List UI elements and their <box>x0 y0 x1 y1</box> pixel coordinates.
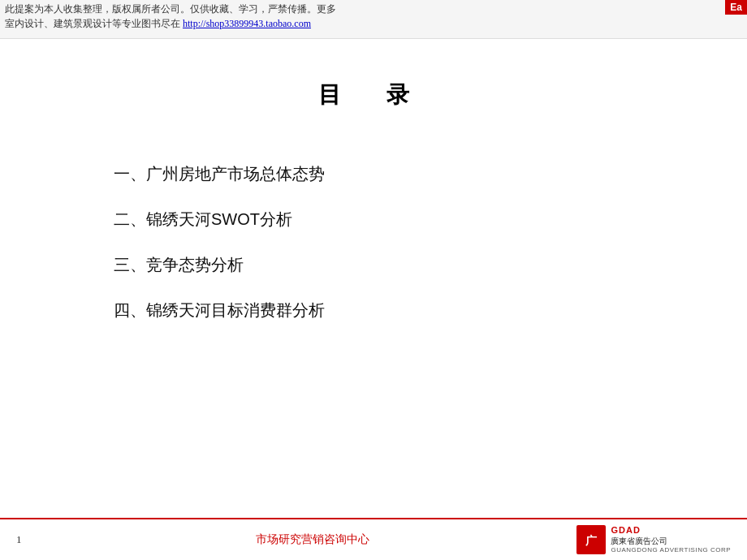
toc-item-4: 四、锦绣天河目标消费群分析 <box>114 287 568 333</box>
company-logo-icon: 广 <box>576 525 606 554</box>
footer-right: 广 GDAD 廣東省廣告公司 GUANGDONG ADVERTISING COR… <box>576 524 731 555</box>
footer: 1 市场研究营销咨询中心 广 GDAD 廣東省廣告公司 GUANGDONG AD… <box>0 518 747 560</box>
toc-item-3: 三、竞争态势分析 <box>114 242 568 287</box>
footer-center-text: 市场研究营销咨询中心 <box>49 532 576 547</box>
toc-item-2-swot: SWOT <box>211 210 260 228</box>
watermark-line-1: 此提案为本人收集整理，版权属所者公司。仅供收藏、学习，严禁传播。更多 <box>5 2 742 16</box>
toc-item-4-text: 四、锦绣天河目标消费群分析 <box>114 301 325 319</box>
toc-item-2-suffix: 分析 <box>260 210 292 228</box>
watermark-text-1: 此提案为本人收集整理，版权属所者公司。仅供收藏、学习，严禁传播。更多 <box>5 3 336 15</box>
logo-gdad: GDAD <box>611 524 731 536</box>
logo-name: 廣東省廣告公司 <box>611 536 731 546</box>
toc-item-2: 二、锦绣天河SWOT分析 <box>114 196 568 242</box>
svg-text:广: 广 <box>585 534 598 547</box>
logo-text-block: GDAD 廣東省廣告公司 GUANGDONG ADVERTISING CORP <box>611 524 731 555</box>
corner-badge: Ea <box>725 0 747 15</box>
watermark-line-2: 室内设计、建筑景观设计等专业图书尽在 http://shop33899943.t… <box>5 16 742 31</box>
slide-container: Ea 此提案为本人收集整理，版权属所者公司。仅供收藏、学习，严禁传播。更多 室内… <box>0 0 747 560</box>
toc-item-3-text: 三、竞争态势分析 <box>114 256 244 274</box>
doc-title: 目 录 <box>318 80 429 110</box>
main-content: 目 录 一、广州房地产市场总体态势 二、锦绣天河SWOT分析 三、竞争态势分析 … <box>0 39 747 518</box>
toc-item-2-prefix: 二、锦绣天河 <box>114 210 211 228</box>
logo-corp: GUANGDONG ADVERTISING CORP <box>611 546 731 554</box>
watermark-url[interactable]: http://shop33899943.taobao.com <box>183 18 311 29</box>
logo-area: 广 GDAD 廣東省廣告公司 GUANGDONG ADVERTISING COR… <box>576 524 731 555</box>
toc-list: 一、广州房地产市场总体态势 二、锦绣天河SWOT分析 三、竞争态势分析 四、锦绣… <box>114 151 568 333</box>
toc-item-1: 一、广州房地产市场总体态势 <box>114 151 568 196</box>
watermark-text-2-prefix: 室内设计、建筑景观设计等专业图书尽在 <box>5 18 183 29</box>
footer-page-number: 1 <box>16 533 49 546</box>
toc-item-1-text: 一、广州房地产市场总体态势 <box>114 165 325 183</box>
watermark-banner: 此提案为本人收集整理，版权属所者公司。仅供收藏、学习，严禁传播。更多 室内设计、… <box>0 0 747 39</box>
